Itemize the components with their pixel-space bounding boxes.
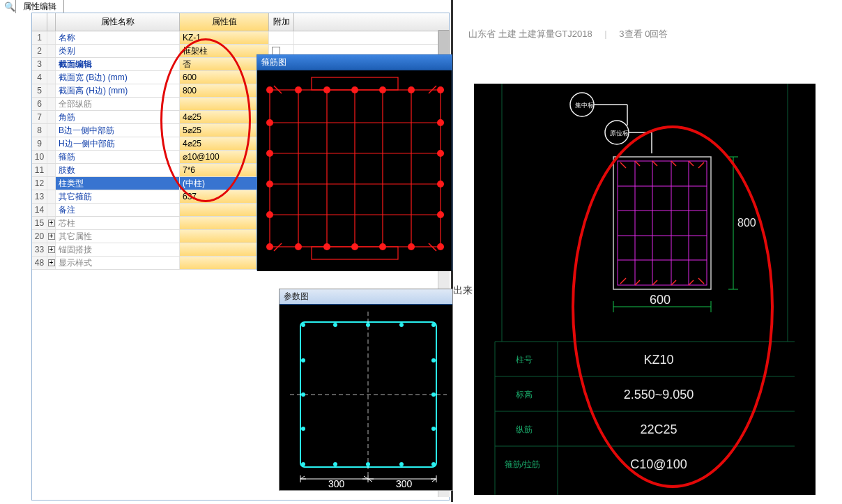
prop-value[interactable] xyxy=(180,217,269,229)
stirrup-diagram-window[interactable]: 箍筋图 xyxy=(257,54,452,270)
prop-value[interactable]: 800 xyxy=(180,84,269,97)
expand-icon[interactable]: + xyxy=(48,246,55,253)
prop-name: 备注 xyxy=(56,204,180,216)
row-number: 13 xyxy=(32,190,47,203)
prop-value[interactable] xyxy=(180,98,269,110)
svg-point-14 xyxy=(323,86,330,93)
svg-point-22 xyxy=(437,150,444,157)
svg-point-17 xyxy=(408,86,415,93)
row-number: 10 xyxy=(32,151,47,163)
svg-text:标高: 标高 xyxy=(515,390,533,399)
prop-name: 截面高 (H边) (mm) xyxy=(56,84,180,97)
svg-line-85 xyxy=(698,162,704,168)
expand-icon[interactable]: + xyxy=(48,233,55,240)
svg-point-56 xyxy=(431,427,436,431)
svg-text:300: 300 xyxy=(328,478,345,489)
svg-line-90 xyxy=(671,280,676,285)
col-extra-header: 附加 xyxy=(269,13,294,31)
prop-value[interactable] xyxy=(180,230,269,243)
svg-point-51 xyxy=(301,358,305,362)
svg-point-41 xyxy=(301,323,305,327)
svg-point-49 xyxy=(399,462,404,466)
prop-value[interactable]: (中柱) xyxy=(180,177,269,190)
expand-cell[interactable]: + xyxy=(47,243,56,256)
prop-name: 锚固搭接 xyxy=(56,243,180,256)
expand-cell xyxy=(47,137,56,150)
row-number: 2 xyxy=(32,45,47,57)
expand-cell xyxy=(47,151,56,163)
svg-line-87 xyxy=(698,278,704,284)
expand-cell xyxy=(47,177,56,190)
row-number: 33 xyxy=(32,243,47,256)
expand-cell[interactable]: + xyxy=(47,257,56,269)
prop-value[interactable]: 框架柱 xyxy=(180,45,269,57)
svg-text:2.550~9.050: 2.550~9.050 xyxy=(624,388,694,402)
prop-value[interactable] xyxy=(180,243,269,256)
svg-text:C10@100: C10@100 xyxy=(630,457,687,471)
prop-name: 截面宽 (B边) (mm) xyxy=(56,71,180,84)
svg-point-33 xyxy=(437,243,444,250)
row-number: 48 xyxy=(32,257,47,269)
prop-name: 箍筋 xyxy=(56,151,180,163)
svg-point-26 xyxy=(437,211,444,218)
svg-point-50 xyxy=(431,462,436,466)
col-name-header: 属性名称 xyxy=(56,13,180,31)
expand-icon[interactable]: + xyxy=(48,259,55,266)
prop-value[interactable]: ⌀10@100 xyxy=(180,151,269,163)
param-diagram-window[interactable]: 参数图 xyxy=(279,289,453,491)
svg-text:KZ10: KZ10 xyxy=(643,353,673,367)
param-canvas: 300 300 xyxy=(280,305,452,490)
svg-line-93 xyxy=(652,161,657,166)
prop-name: 类别 xyxy=(56,45,180,57)
svg-line-91 xyxy=(689,280,694,285)
clipped-text: 出来 xyxy=(453,284,473,297)
prop-name: 名称 xyxy=(56,31,180,44)
expand-cell xyxy=(47,31,56,44)
row-number: 8 xyxy=(32,124,47,137)
svg-text:箍筋/拉筋: 箍筋/拉筋 xyxy=(505,459,540,469)
expand-icon[interactable]: + xyxy=(48,220,55,227)
prop-value[interactable] xyxy=(180,257,269,269)
prop-value[interactable]: 否 xyxy=(180,58,269,70)
expand-cell xyxy=(47,58,56,70)
tab-properties[interactable]: 属性编辑 xyxy=(15,0,64,13)
property-row[interactable]: 1名称KZ-1 xyxy=(32,31,449,45)
svg-point-30 xyxy=(351,243,358,250)
prop-value[interactable]: 4⌀25 xyxy=(180,137,269,150)
svg-text:纵筋: 纵筋 xyxy=(516,425,533,434)
prop-value[interactable]: KZ-1 xyxy=(180,31,269,44)
expand-cell xyxy=(47,164,56,176)
svg-point-32 xyxy=(408,243,415,250)
svg-point-25 xyxy=(266,211,273,218)
row-number: 15 xyxy=(32,217,47,229)
prop-value[interactable]: 637 xyxy=(180,190,269,203)
svg-point-54 xyxy=(431,358,436,362)
prop-name: 角筋 xyxy=(56,111,180,123)
prop-value[interactable] xyxy=(180,204,269,216)
svg-point-20 xyxy=(437,119,444,126)
svg-text:原位标: 原位标 xyxy=(610,130,629,137)
expand-cell xyxy=(47,204,56,216)
stirrup-canvas xyxy=(257,70,452,271)
svg-point-19 xyxy=(266,119,273,126)
search-icon[interactable]: 🔍 xyxy=(4,1,15,12)
prop-name: 芯柱 xyxy=(56,217,180,229)
expand-cell xyxy=(47,124,56,137)
svg-point-44 xyxy=(399,323,404,327)
expand-cell[interactable]: + xyxy=(47,230,56,243)
svg-rect-74 xyxy=(613,157,711,289)
row-number: 3 xyxy=(32,58,47,70)
svg-point-16 xyxy=(379,86,386,93)
prop-value[interactable]: 4⌀25 xyxy=(180,111,269,123)
param-diagram-title: 参数图 xyxy=(280,289,452,305)
svg-point-31 xyxy=(379,243,386,250)
breadcrumb[interactable]: 山东省 土建 土建算量GTJ2018 xyxy=(468,29,592,39)
svg-point-42 xyxy=(333,323,337,327)
expand-cell[interactable]: + xyxy=(47,217,56,229)
svg-rect-75 xyxy=(618,161,707,285)
prop-value[interactable]: 7*6 xyxy=(180,164,269,176)
prop-value[interactable]: 5⌀25 xyxy=(180,124,269,137)
breadcrumb-area: 山东省 土建 土建算量GTJ2018 | 3查看 0回答 xyxy=(468,28,668,40)
extra-cell xyxy=(269,31,294,44)
prop-value[interactable]: 600 xyxy=(180,71,269,84)
